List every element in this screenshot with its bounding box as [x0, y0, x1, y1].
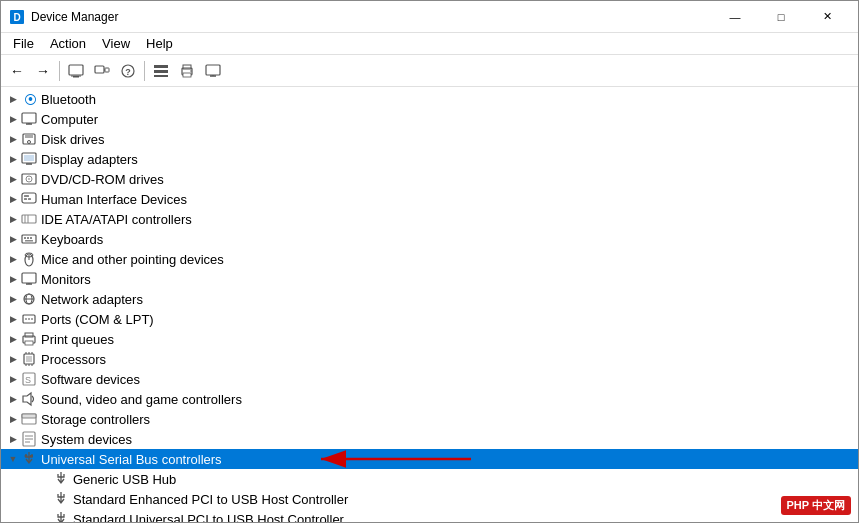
icon-ports — [21, 311, 37, 327]
close-button[interactable]: ✕ — [804, 1, 850, 33]
tree-item-ports[interactable]: ▶Ports (COM & LPT) — [1, 309, 858, 329]
svg-rect-41 — [24, 237, 26, 239]
icon-display — [21, 151, 37, 167]
svg-rect-37 — [22, 215, 36, 223]
tree-item-network[interactable]: ▶Network adapters — [1, 289, 858, 309]
menu-help[interactable]: Help — [138, 34, 181, 53]
tree-child-item[interactable]: Standard Universal PCI to USB Host Contr… — [1, 509, 858, 522]
label-hid: Human Interface Devices — [41, 192, 187, 207]
icon-system — [21, 431, 37, 447]
label-processors: Processors — [41, 352, 106, 367]
expander-keyboard[interactable]: ▶ — [5, 231, 21, 247]
expander-storage[interactable]: ▶ — [5, 411, 21, 427]
expander-ports[interactable]: ▶ — [5, 311, 21, 327]
maximize-button[interactable]: □ — [758, 1, 804, 33]
monitor-icon-btn[interactable] — [201, 59, 225, 83]
expander-display[interactable]: ▶ — [5, 151, 21, 167]
svg-rect-48 — [22, 273, 36, 283]
svg-point-16 — [190, 70, 192, 72]
window-title: Device Manager — [31, 10, 712, 24]
svg-rect-43 — [30, 237, 32, 239]
tree-item-keyboard[interactable]: ▶Keyboards — [1, 229, 858, 249]
tree-item-storage[interactable]: ▶Storage controllers — [1, 409, 858, 429]
menubar: File Action View Help — [1, 33, 858, 55]
svg-rect-44 — [25, 240, 33, 242]
tree-item-hid[interactable]: ▶Human Interface Devices — [1, 189, 858, 209]
expander-hid[interactable]: ▶ — [5, 191, 21, 207]
window-controls: — □ ✕ — [712, 1, 850, 33]
computer-icon-btn[interactable] — [64, 59, 88, 83]
forward-button[interactable]: → — [31, 59, 55, 83]
tree-item-print[interactable]: ▶Print queues — [1, 329, 858, 349]
label-network: Network adapters — [41, 292, 143, 307]
expander-monitors[interactable]: ▶ — [5, 271, 21, 287]
tree-item-display[interactable]: ▶Display adapters — [1, 149, 858, 169]
expander-software[interactable]: ▶ — [5, 371, 21, 387]
label-dvd: DVD/CD-ROM drives — [41, 172, 164, 187]
device-icon-btn[interactable] — [90, 59, 114, 83]
expander-sound[interactable]: ▶ — [5, 391, 21, 407]
expander-system[interactable]: ▶ — [5, 431, 21, 447]
separator-2 — [144, 61, 145, 81]
expander-mice[interactable]: ▶ — [5, 251, 21, 267]
tree-item-system[interactable]: ▶System devices — [1, 429, 858, 449]
expander-ide[interactable]: ▶ — [5, 211, 21, 227]
svg-rect-25 — [25, 134, 33, 138]
menu-action[interactable]: Action — [42, 34, 94, 53]
tree-item-ide[interactable]: ▶IDE ATA/ATAPI controllers — [1, 209, 858, 229]
tree-item-monitors[interactable]: ▶Monitors — [1, 269, 858, 289]
expander-dvd[interactable]: ▶ — [5, 171, 21, 187]
tree-item-usb[interactable]: ▼Universal Serial Bus controllers — [1, 449, 858, 469]
tree-item-mice[interactable]: ▶Mice and other pointing devices — [1, 249, 858, 269]
tree-item-disk[interactable]: ▶Disk drives — [1, 129, 858, 149]
icon-software: S — [21, 371, 37, 387]
expander-computer[interactable]: ▶ — [5, 111, 21, 127]
expander-usb[interactable]: ▼ — [5, 451, 21, 467]
label-std-enhanced: Standard Enhanced PCI to USB Host Contro… — [73, 492, 348, 507]
svg-point-57 — [31, 318, 33, 320]
label-sound: Sound, video and game controllers — [41, 392, 242, 407]
svg-rect-2 — [69, 65, 83, 75]
expander-processors[interactable]: ▶ — [5, 351, 21, 367]
print-icon-btn[interactable] — [175, 59, 199, 83]
svg-rect-15 — [183, 73, 191, 77]
app-icon: D — [9, 9, 25, 25]
svg-rect-17 — [206, 65, 220, 75]
back-button[interactable]: ← — [5, 59, 29, 83]
tree-child-item[interactable]: Generic USB Hub — [1, 469, 858, 489]
icon-monitors — [21, 271, 37, 287]
tree-item-software[interactable]: ▶SSoftware devices — [1, 369, 858, 389]
icon-processors — [21, 351, 37, 367]
tree-child-item[interactable]: Standard Enhanced PCI to USB Host Contro… — [1, 489, 858, 509]
list-icon-btn[interactable] — [149, 59, 173, 83]
separator-1 — [59, 61, 60, 81]
svg-rect-62 — [26, 356, 32, 362]
icon-mice — [21, 251, 37, 267]
svg-rect-5 — [95, 66, 104, 73]
tree-content[interactable]: ▶⦿Bluetooth▶Computer▶Disk drives▶Display… — [1, 87, 858, 522]
watermark: PHP 中文网 — [781, 496, 851, 515]
expander-bluetooth[interactable]: ▶ — [5, 91, 21, 107]
tree-item-bluetooth[interactable]: ▶⦿Bluetooth — [1, 89, 858, 109]
menu-file[interactable]: File — [5, 34, 42, 53]
icon-computer — [21, 111, 37, 127]
expander-disk[interactable]: ▶ — [5, 131, 21, 147]
expander-network[interactable]: ▶ — [5, 291, 21, 307]
svg-rect-12 — [154, 75, 168, 77]
menu-view[interactable]: View — [94, 34, 138, 53]
icon-dvd — [21, 171, 37, 187]
tree-item-processors[interactable]: ▶Processors — [1, 349, 858, 369]
label-display: Display adapters — [41, 152, 138, 167]
tree-item-dvd[interactable]: ▶DVD/CD-ROM drives — [1, 169, 858, 189]
tree-item-sound[interactable]: ▶Sound, video and game controllers — [1, 389, 858, 409]
tree-item-computer[interactable]: ▶Computer — [1, 109, 858, 129]
icon-std-enhanced — [53, 491, 69, 507]
svg-rect-10 — [154, 65, 168, 68]
expander-print[interactable]: ▶ — [5, 331, 21, 347]
icon-hid — [21, 191, 37, 207]
svg-rect-42 — [27, 237, 29, 239]
minimize-button[interactable]: — — [712, 1, 758, 33]
toolbar: ← → ? — [1, 55, 858, 87]
help-icon-btn[interactable]: ? — [116, 59, 140, 83]
label-mice: Mice and other pointing devices — [41, 252, 224, 267]
